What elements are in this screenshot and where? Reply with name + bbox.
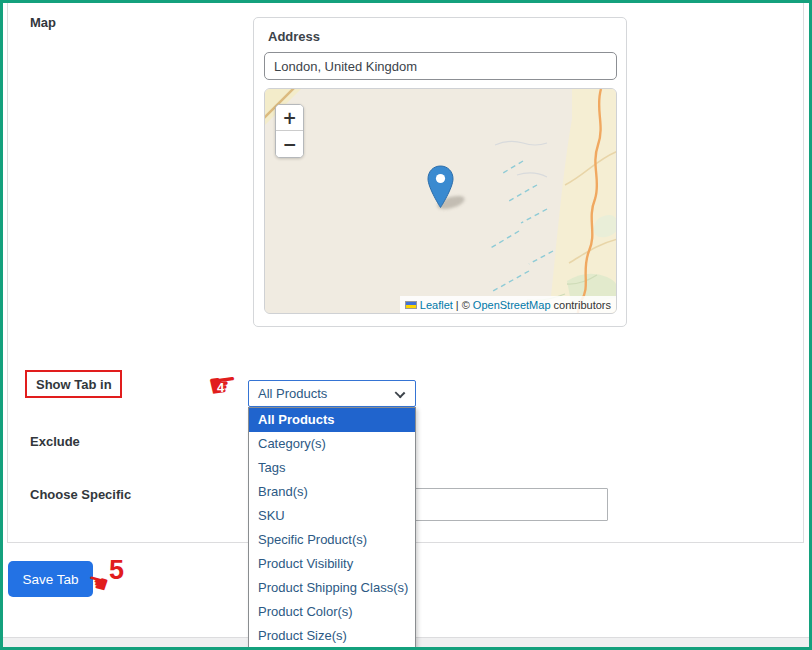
attribution-separator: | © xyxy=(456,299,470,311)
annotation-step-5: ☚ 5 xyxy=(91,555,141,599)
address-input[interactable] xyxy=(264,52,617,80)
show-tab-in-label-highlighted: Show Tab in xyxy=(25,370,122,398)
exclude-label: Exclude xyxy=(30,434,80,449)
save-tab-button[interactable]: Save Tab xyxy=(8,561,93,597)
dropdown-option[interactable]: Specific Product(s) xyxy=(249,528,415,552)
annotation-step-4: ☛ 4 xyxy=(208,371,248,407)
openstreetmap-link[interactable]: OpenStreetMap xyxy=(473,299,551,311)
show-tab-in-select[interactable]: All Products xyxy=(248,380,416,407)
dropdown-option[interactable]: Tags xyxy=(249,456,415,480)
ukraine-flag-icon xyxy=(405,301,417,309)
dropdown-option[interactable]: Product Shipping Class(s) xyxy=(249,576,415,600)
map-address-card: Address xyxy=(253,17,627,327)
choose-specific-label: Choose Specific xyxy=(30,487,131,502)
annotation-step-4-number: 4 xyxy=(217,380,224,395)
map-zoom-control: + − xyxy=(275,104,304,158)
dropdown-option[interactable]: All Products xyxy=(249,408,415,432)
zoom-in-button[interactable]: + xyxy=(276,105,303,131)
show-tab-in-label: Show Tab in xyxy=(36,377,112,392)
chevron-down-icon xyxy=(395,388,406,399)
dropdown-option[interactable]: Category(s) xyxy=(249,432,415,456)
dropdown-option[interactable]: Product Color(s) xyxy=(249,600,415,624)
attribution-contributors: contributors xyxy=(554,299,611,311)
show-tab-in-dropdown: All ProductsCategory(s)TagsBrand(s)SKUSp… xyxy=(248,407,416,649)
map-pin-icon[interactable] xyxy=(427,165,454,209)
dropdown-option[interactable]: Product Size(s) xyxy=(249,624,415,648)
dropdown-option[interactable]: SKU xyxy=(249,504,415,528)
zoom-out-button[interactable]: − xyxy=(276,131,303,157)
dropdown-option[interactable]: Product Visibility xyxy=(249,552,415,576)
select-current-value: All Products xyxy=(258,386,327,401)
map-attribution: Leaflet | © OpenStreetMap contributors xyxy=(400,296,616,313)
settings-page: Map Address xyxy=(0,0,812,650)
address-label: Address xyxy=(268,29,320,44)
leaflet-link[interactable]: Leaflet xyxy=(420,299,453,311)
map-field-label: Map xyxy=(30,15,56,30)
annotation-step-5-number: 5 xyxy=(109,555,124,586)
leaflet-map[interactable]: + − Leaflet | © OpenStreetMap contributo… xyxy=(264,88,617,314)
dropdown-option[interactable]: Brand(s) xyxy=(249,480,415,504)
